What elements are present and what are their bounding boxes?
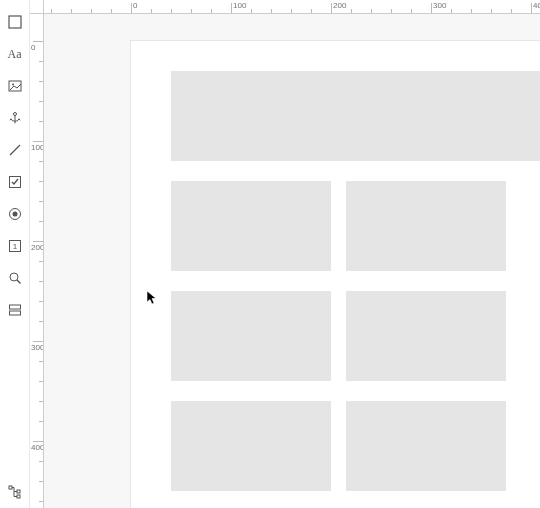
anchor-tool[interactable] bbox=[5, 108, 25, 128]
svg-rect-0 bbox=[9, 16, 21, 28]
ruler-corner bbox=[30, 0, 44, 14]
wireframe-block[interactable] bbox=[171, 291, 331, 381]
svg-rect-13 bbox=[9, 311, 20, 315]
ruler-h-label: 100 bbox=[233, 1, 246, 10]
design-editor: Aa 1 01002003004005006 bbox=[0, 0, 540, 508]
ruler-h-label: 0 bbox=[133, 1, 137, 10]
svg-point-10 bbox=[10, 273, 18, 281]
wireframe-block[interactable] bbox=[346, 181, 506, 271]
svg-line-4 bbox=[10, 145, 20, 155]
numeric-tool[interactable]: 1 bbox=[5, 236, 25, 256]
svg-rect-16 bbox=[17, 495, 20, 498]
ruler-v-label: 200 bbox=[31, 243, 44, 252]
ruler-v-label: 300 bbox=[31, 343, 44, 352]
checkbox-tool[interactable] bbox=[5, 172, 25, 192]
line-tool[interactable] bbox=[5, 140, 25, 160]
wireframe-block[interactable] bbox=[346, 401, 506, 491]
canvas-stage[interactable] bbox=[44, 14, 540, 508]
svg-line-11 bbox=[17, 280, 21, 284]
left-toolbar: Aa 1 bbox=[0, 0, 30, 508]
text-tool[interactable]: Aa bbox=[5, 44, 25, 64]
ruler-v-label: 400 bbox=[31, 443, 44, 452]
svg-rect-15 bbox=[17, 490, 20, 493]
artboard-page[interactable] bbox=[131, 41, 540, 508]
ruler-h-label: 400 bbox=[533, 1, 540, 10]
ruler-h-label: 300 bbox=[433, 1, 446, 10]
svg-point-2 bbox=[12, 84, 14, 86]
wireframe-block[interactable] bbox=[346, 291, 506, 381]
ruler-h-label: 200 bbox=[333, 1, 346, 10]
ruler-v-label: 100 bbox=[31, 143, 44, 152]
zoom-tool[interactable] bbox=[5, 268, 25, 288]
ruler-vertical[interactable]: 0100200300400500600 bbox=[30, 14, 44, 508]
rectangle-tool[interactable] bbox=[5, 12, 25, 32]
image-tool[interactable] bbox=[5, 76, 25, 96]
svg-rect-12 bbox=[9, 305, 20, 309]
ruler-horizontal[interactable]: 0100200300400500600 bbox=[44, 0, 540, 14]
svg-rect-14 bbox=[9, 486, 12, 489]
svg-point-7 bbox=[12, 212, 17, 217]
wireframe-block[interactable] bbox=[171, 71, 540, 161]
wireframe-block[interactable] bbox=[171, 401, 331, 491]
radio-tool[interactable] bbox=[5, 204, 25, 224]
wireframe-block[interactable] bbox=[171, 181, 331, 271]
tree-panel-toggle[interactable] bbox=[5, 482, 25, 502]
grid-tool[interactable] bbox=[5, 300, 25, 320]
svg-text:1: 1 bbox=[12, 242, 17, 251]
ruler-v-label: 0 bbox=[31, 43, 35, 52]
